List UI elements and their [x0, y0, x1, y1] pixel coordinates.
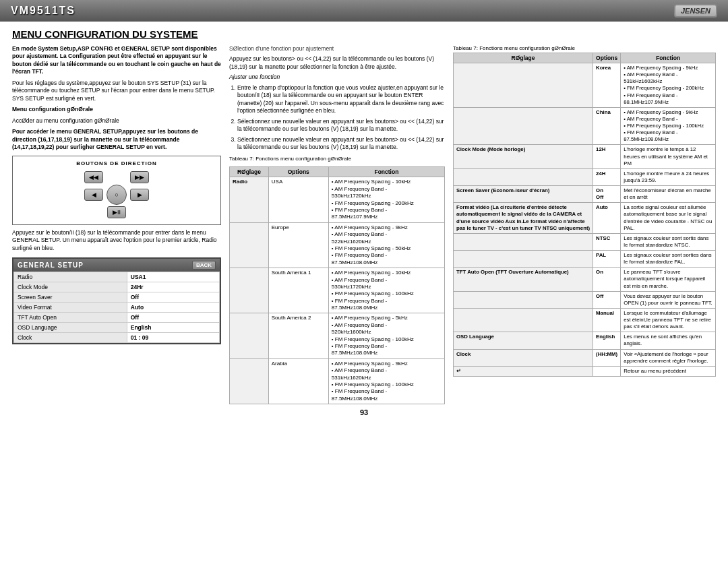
right-th-reglage: RØglage: [454, 53, 593, 63]
gs-back-button[interactable]: BACK: [192, 261, 216, 270]
table-row: NTSC Les signaux couleur sont sortis dan…: [454, 233, 716, 250]
table-setting: Format vidéo (La circuiterie d'entrée dé…: [454, 203, 593, 234]
mid-table-title: Tableau 7: Fonctions menu configuration …: [229, 156, 445, 163]
table-option: China: [593, 107, 621, 145]
table-row: Radio USA • AM Frequency Spacing - 10kHz…: [230, 177, 445, 222]
table-fonction: • AM Frequency Spacing - 9kHz• AM Freque…: [621, 107, 716, 145]
mid-subsection: Ajuster une fonction: [229, 73, 445, 81]
table-option: Auto: [593, 203, 621, 234]
table-row: Format vidéo (La circuiterie d'entrée dé…: [454, 203, 716, 234]
gs-label: OSD Language: [14, 323, 127, 333]
table-fonction: • AM Frequency Spacing - 5kHz• AM Freque…: [328, 313, 444, 358]
table-setting: Clock: [454, 349, 593, 366]
table-option: Manual: [593, 308, 621, 332]
mid-th-fonction: Fonction: [328, 167, 444, 177]
btn-ff[interactable]: ▶▶: [130, 171, 149, 183]
gs-table-row: Clock01 : 09: [14, 333, 220, 343]
gs-value: 01 : 09: [127, 333, 219, 343]
table-row: PAL Les signaux couleur sont sorties dan…: [454, 251, 716, 268]
table-option: Arabia: [268, 358, 328, 404]
right-th-fonction: Fonction: [621, 53, 716, 63]
direction-box: BOUTONS DE DIRECTION ◀◀ ▶▶ ◀ ○ ▶ ▶II: [12, 156, 221, 225]
mid-table: RØglage Options Fonction Radio USA • AM …: [229, 166, 445, 404]
table-row: Korea • AM Frequency Spacing - 9kHz• AM …: [454, 63, 716, 108]
page-content: MENU CONFIGURATION DU SYSTEME En mode Sy…: [0, 22, 728, 422]
gs-table-row: RadioUSA1: [14, 272, 220, 282]
table-fonction: • AM Frequency Spacing - 9kHz• AM Freque…: [328, 222, 444, 268]
table-row: Manual Lorsque le commutateur d'allumage…: [454, 308, 716, 332]
gs-value: Auto: [127, 303, 219, 313]
table-setting: ↵: [454, 366, 593, 376]
main-layout: En mode System Setup,ASP CONFIG et GENER…: [12, 45, 716, 404]
table-setting: Clock Mode (Mode horloge): [454, 145, 593, 168]
table-fonction: Les signaux couleur sont sortis dans le …: [621, 233, 716, 250]
table-fonction: Retour au menu précédent: [621, 366, 716, 376]
gs-table-row: Screen SaverOff: [14, 292, 220, 303]
table-option: 12H: [593, 145, 621, 168]
table-option: (HH:MM): [593, 349, 621, 366]
right-table: RØglage Options Fonction Korea • AM Freq…: [453, 53, 716, 377]
gs-table: RadioUSA1Clock Mode24HrScreen SaverOffVi…: [13, 272, 220, 343]
table-fonction: Vous devez appuyer sur le bouton OPEN (1…: [621, 291, 716, 308]
table-option: Korea: [593, 63, 621, 108]
list-item: Sélectionnez une nouvelle valeur en appu…: [237, 136, 445, 152]
table-option: South America 1: [268, 268, 328, 313]
right-th-options: Options: [593, 53, 621, 63]
middle-column: SØlection d'une fonction pour ajustement…: [229, 45, 445, 404]
table-fonction: L'horloge montre l'heure à 24 heures jus…: [621, 168, 716, 185]
right-column: Tableau 7: Fonctions menu configuration …: [453, 45, 716, 404]
gs-label: Clock: [14, 333, 127, 343]
header-bar: VM9511TS JENSEN: [0, 0, 728, 22]
left-para4: Appuyez sur le bouton/II (18) sur la tél…: [12, 229, 221, 252]
table-row: Off Vous devez appuyer sur le bouton OPE…: [454, 291, 716, 308]
general-setup-box: GENERAL SETUP BACK RadioUSA1Clock Mode24…: [12, 257, 221, 344]
left-para3: Pour accéder le menu GENERAL SETUP,appuy…: [12, 128, 221, 151]
table-row: Clock Mode (Mode horloge) 12H L'horloge …: [454, 145, 716, 168]
table-setting: [454, 233, 593, 250]
mid-para1: Appuyez sur les boutons> ou << (14,22) s…: [229, 55, 445, 71]
table-fonction: • AM Frequency Spacing - 10kHz• AM Frequ…: [328, 177, 444, 222]
table-option: 24H: [593, 168, 621, 185]
gs-label: Radio: [14, 272, 127, 282]
gs-value: 24Hr: [127, 282, 219, 292]
table-fonction: Les menus ne sont affichés qu'en anglais…: [621, 332, 716, 349]
table-setting: [230, 268, 269, 313]
table-fonction: • AM Frequency Spacing - 9kHz• AM Freque…: [621, 63, 716, 108]
table-row: Arabia • AM Frequency Spacing - 9kHz• AM…: [230, 358, 445, 404]
header-logo: JENSEN: [674, 4, 717, 18]
table-option: OnOff: [593, 186, 621, 203]
gs-value: English: [127, 323, 219, 333]
gs-value: Off: [127, 313, 219, 323]
table-option: Europe: [268, 222, 328, 268]
table-setting: [230, 358, 269, 404]
table-setting: [454, 107, 593, 145]
table-setting: [454, 291, 593, 308]
page-title: MENU CONFIGURATION DU SYSTEME: [12, 28, 716, 40]
table-setting: [454, 168, 593, 185]
table-option: NTSC: [593, 233, 621, 250]
gs-label: Screen Saver: [14, 292, 127, 303]
list-item: Sélectionnez une nouvelle valeur en appu…: [237, 118, 445, 133]
gs-title: GENERAL SETUP: [18, 261, 84, 269]
table-setting: [454, 251, 593, 268]
table-row: Screen Saver (Econom-iseur d'écran) OnOf…: [454, 186, 716, 203]
btn-left[interactable]: ◀: [84, 189, 103, 201]
menu-config-heading: Menu configuration gØnØrale: [12, 106, 221, 113]
table-fonction: Les signaux couleur sont sorties dans le…: [621, 251, 716, 268]
direction-label: BOUTONS DE DIRECTION: [76, 160, 156, 166]
gs-label: Video Format: [14, 303, 127, 313]
table-fonction: • AM Frequency Spacing - 9kHz• AM Freque…: [328, 358, 444, 404]
direction-buttons: ◀◀ ▶▶ ◀ ○ ▶ ▶II: [83, 169, 150, 220]
gs-table-row: Clock Mode24Hr: [14, 282, 220, 292]
btn-play[interactable]: ▶II: [107, 206, 126, 218]
table-fonction: L'horloge montre le temps à 12 heures en…: [621, 145, 716, 168]
table-option: South America 2: [268, 313, 328, 358]
btn-rw[interactable]: ◀◀: [84, 171, 103, 183]
table-setting: [230, 222, 269, 268]
mid-th-options: Options: [268, 167, 328, 177]
table-row: 24H L'horloge montre l'heure à 24 heures…: [454, 168, 716, 185]
btn-center[interactable]: ○: [107, 185, 127, 205]
numbered-list: Entre le champ d'optiopour la fonction q…: [229, 84, 445, 152]
btn-right[interactable]: ▶: [130, 189, 149, 201]
gs-value: Off: [127, 292, 219, 303]
